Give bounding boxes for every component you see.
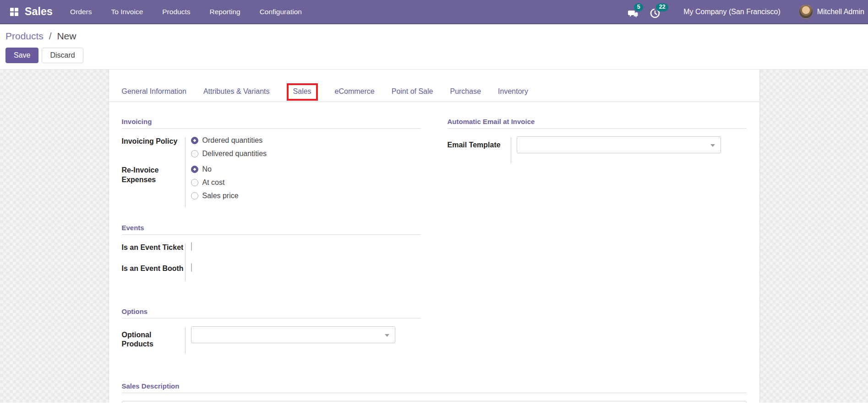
radio-icon[interactable] — [191, 166, 198, 173]
apps-grid-icon[interactable] — [10, 8, 18, 16]
section-events: Events Is an Event Ticket Is an Event Bo… — [122, 224, 421, 281]
breadcrumb: Products / New — [5, 31, 863, 42]
tab-point-of-sale[interactable]: Point of Sale — [392, 87, 433, 102]
is-event-ticket-label: Is an Event Ticket — [122, 243, 185, 253]
is-event-booth-label: Is an Event Booth — [122, 264, 185, 274]
reinvoice-expenses-radio-group: No At cost Sales price — [191, 165, 421, 200]
section-title-options: Options — [122, 308, 421, 319]
navbar-systray: 5 22 My Company (San Francisco) Mitchell… — [628, 5, 865, 19]
radio-sales-price[interactable]: Sales price — [191, 192, 421, 200]
section-title-automatic-email: Automatic Email at Invoice — [448, 118, 747, 129]
nav-item-orders[interactable]: Orders — [70, 8, 92, 16]
email-template-input[interactable] — [517, 137, 721, 153]
user-menu[interactable]: Mitchell Admin — [799, 5, 864, 19]
section-title-invoicing: Invoicing — [122, 118, 421, 129]
section-title-sales-description: Sales Description — [122, 382, 747, 393]
tab-general-information[interactable]: General Information — [122, 87, 186, 102]
breadcrumb-current: New — [57, 31, 76, 41]
nav-item-reporting[interactable]: Reporting — [209, 8, 240, 16]
nav-menu: Orders To Invoice Products Reporting Con… — [70, 8, 302, 16]
email-template-label: Email Template — [448, 136, 511, 153]
tab-purchase[interactable]: Purchase — [450, 87, 481, 102]
tab-attributes-variants[interactable]: Attributes & Variants — [203, 87, 270, 102]
activities-badge: 22 — [656, 3, 668, 12]
save-button[interactable]: Save — [5, 48, 38, 63]
translation-language-badge[interactable]: EN — [730, 402, 742, 403]
email-template-combobox[interactable] — [517, 136, 721, 153]
tab-inventory[interactable]: Inventory — [498, 87, 528, 102]
form-right-column: Automatic Email at Invoice Email Templat… — [448, 118, 747, 370]
radio-icon[interactable] — [191, 150, 198, 157]
radio-icon[interactable] — [191, 179, 198, 186]
optional-products-combobox[interactable] — [191, 326, 395, 343]
breadcrumb-products-link[interactable]: Products — [5, 31, 44, 41]
activities-button[interactable]: 22 — [650, 5, 665, 19]
messages-button[interactable]: 5 — [628, 5, 643, 19]
reinvoice-expenses-label: Re-Invoice Expenses — [122, 165, 185, 200]
messages-badge: 5 — [634, 3, 643, 12]
invoicing-policy-radio-group: Ordered quantities Delivered quantities — [191, 136, 421, 158]
tab-sales[interactable]: Sales — [287, 83, 318, 101]
user-name: Mitchell Admin — [817, 8, 864, 16]
breadcrumb-separator: / — [49, 31, 52, 41]
content-background: General Information Attributes & Variant… — [0, 70, 868, 403]
notebook-tabs: General Information Attributes & Variant… — [109, 70, 759, 102]
top-navbar: Sales Orders To Invoice Products Reporti… — [0, 0, 868, 24]
radio-no[interactable]: No — [191, 165, 421, 173]
radio-icon[interactable] — [191, 192, 198, 200]
product-form-sheet: General Information Attributes & Variant… — [109, 70, 759, 403]
control-panel: Products / New Save Discard — [0, 24, 868, 70]
section-sales-description: Sales Description EN — [109, 382, 759, 403]
nav-item-configuration[interactable]: Configuration — [260, 8, 302, 16]
radio-ordered-quantities[interactable]: Ordered quantities — [191, 136, 421, 145]
radio-icon[interactable] — [191, 137, 198, 144]
optional-products-label: Optional Products — [122, 326, 185, 350]
caret-down-icon — [710, 144, 715, 147]
radio-delivered-quantities[interactable]: Delivered quantities — [191, 150, 421, 158]
user-avatar — [799, 5, 813, 19]
form-left-column: Invoicing Invoicing Policy Ordered quant… — [122, 118, 421, 370]
app-title[interactable]: Sales — [25, 5, 53, 18]
radio-at-cost[interactable]: At cost — [191, 178, 421, 187]
caret-down-icon — [385, 334, 389, 337]
section-invoicing: Invoicing Invoicing Policy Ordered quant… — [122, 118, 421, 207]
section-automatic-email: Automatic Email at Invoice Email Templat… — [448, 118, 747, 163]
section-options: Options Optional Products — [122, 308, 421, 354]
is-event-ticket-checkbox[interactable] — [191, 242, 192, 251]
nav-item-products[interactable]: Products — [162, 8, 190, 16]
invoicing-policy-label: Invoicing Policy — [122, 136, 185, 158]
is-event-booth-checkbox[interactable] — [191, 263, 192, 272]
sales-description-textarea[interactable] — [122, 401, 747, 403]
tab-ecommerce[interactable]: eCommerce — [335, 87, 375, 102]
discard-button[interactable]: Discard — [42, 48, 83, 63]
nav-item-to-invoice[interactable]: To Invoice — [111, 8, 143, 16]
section-title-events: Events — [122, 224, 421, 235]
company-switcher[interactable]: My Company (San Francisco) — [683, 8, 781, 16]
optional-products-input[interactable] — [191, 327, 395, 343]
